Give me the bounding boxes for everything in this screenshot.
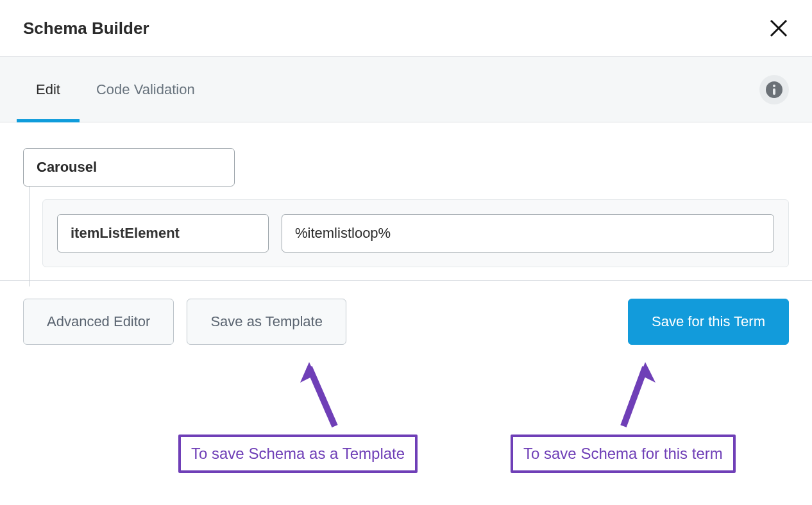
annotation-arrow-template-icon xyxy=(296,362,348,439)
svg-marker-5 xyxy=(300,362,319,384)
modal-title: Schema Builder xyxy=(23,19,149,38)
annotation-arrow-term-icon xyxy=(611,362,662,439)
annotation-term-label: To save Schema for this term xyxy=(511,435,736,473)
schema-child-row: itemListElement %itemlistloop% xyxy=(42,199,789,267)
schema-property-value[interactable]: %itemlistloop% xyxy=(282,214,774,252)
save-as-template-button[interactable]: Save as Template xyxy=(187,299,346,345)
schema-root-node[interactable]: Carousel xyxy=(23,148,235,186)
schema-content: Carousel itemListElement %itemlistloop% xyxy=(0,122,812,280)
svg-marker-6 xyxy=(636,362,656,384)
close-icon[interactable] xyxy=(768,18,789,38)
tabbar: Edit Code Validation xyxy=(0,57,812,122)
modal-header: Schema Builder xyxy=(0,0,812,57)
svg-rect-4 xyxy=(773,88,775,95)
info-icon[interactable] xyxy=(759,75,789,104)
tab-code-validation[interactable]: Code Validation xyxy=(96,57,195,122)
svg-point-3 xyxy=(773,85,775,87)
advanced-editor-button[interactable]: Advanced Editor xyxy=(23,299,174,345)
schema-property-key[interactable]: itemListElement xyxy=(57,214,269,252)
footer: Advanced Editor Save as Template Save fo… xyxy=(0,280,812,363)
tab-edit[interactable]: Edit xyxy=(36,57,60,122)
annotation-template-label: To save Schema as a Template xyxy=(178,435,418,473)
save-for-term-button[interactable]: Save for this Term xyxy=(628,299,789,345)
